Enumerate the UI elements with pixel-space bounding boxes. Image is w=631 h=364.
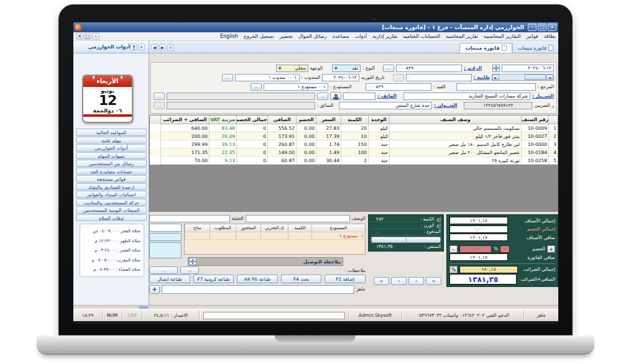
record-nav-button[interactable]: ‹ bbox=[391, 277, 407, 285]
discount-percent-field[interactable]: ٠,٠٠ bbox=[459, 245, 492, 253]
column-header[interactable]: السعر bbox=[316, 116, 341, 124]
tab-scroll-icon[interactable]: ◀ bbox=[151, 44, 158, 51]
dock-close-icon[interactable]: × bbox=[138, 43, 145, 50]
column-header[interactable]: الصافي bbox=[267, 116, 296, 124]
delivery-note-field[interactable]: ملاحظة التوصيل ▲▼ bbox=[188, 257, 343, 266]
browse-rep-button[interactable]: … bbox=[222, 74, 233, 81]
column-header[interactable]: الوحدة bbox=[368, 116, 389, 124]
child-close-icon[interactable]: × bbox=[76, 33, 83, 40]
notes-browse2-button[interactable]: … bbox=[149, 266, 178, 274]
column-header[interactable]: الخصم bbox=[296, 116, 316, 124]
column-header[interactable]: الكمية bbox=[288, 224, 311, 232]
table-row[interactable]: 310-0000لبن طازج كامل الدسم ١٨٠ مل صغيرح… bbox=[150, 140, 558, 148]
menu-item[interactable]: بطاقة bbox=[544, 34, 556, 39]
percent-icon[interactable]: % bbox=[449, 266, 458, 273]
pin-icon[interactable] bbox=[130, 43, 137, 50]
customer-label[interactable]: العمــيل : bbox=[532, 93, 554, 99]
invoice-number-field[interactable]: ٠٠٠٨٢٩ bbox=[396, 65, 462, 72]
sidebar-item[interactable]: حسابات متجاوزة الحد bbox=[76, 168, 147, 175]
date-spinner[interactable]: ▲▼ bbox=[492, 65, 500, 72]
sidebar-item[interactable]: فواتير مستحقة bbox=[76, 175, 147, 183]
reference-field[interactable] bbox=[456, 83, 536, 91]
browse-phone2-button[interactable]: … bbox=[154, 93, 165, 100]
sidebar-item[interactable]: اجماليات السداد والفواتير bbox=[76, 191, 147, 198]
order-label[interactable]: طلبية : bbox=[474, 75, 490, 80]
description-field[interactable] bbox=[246, 215, 350, 222]
record-nav-button[interactable]: › bbox=[408, 277, 424, 285]
add-line-plus-icon[interactable]: + bbox=[149, 285, 160, 294]
sidebar-item[interactable]: تنبيهات المهام bbox=[76, 152, 147, 160]
restore-icon[interactable]: □ bbox=[538, 24, 546, 31]
column-header[interactable]: ك.التخزين bbox=[260, 224, 288, 232]
record-nav-button[interactable]: » bbox=[426, 277, 441, 285]
browse-order-button[interactable]: … bbox=[393, 74, 404, 81]
minus-icon[interactable]: - bbox=[449, 245, 458, 253]
scroll-thumb[interactable] bbox=[525, 75, 546, 80]
sidebar-item[interactable]: المواعيد الحالية bbox=[76, 129, 147, 136]
tab-sales-invoice[interactable]: فاتورة مبيعات bbox=[512, 43, 558, 53]
close-icon[interactable]: × bbox=[548, 24, 556, 31]
customer-field[interactable]: شركة مسارات النسيج التجارية bbox=[403, 93, 530, 100]
sidebar-item[interactable]: أدوات الخوارزمي bbox=[76, 144, 147, 152]
supply-date-field[interactable]: ١٢-٠٦-٢٠٢٤ bbox=[322, 74, 359, 81]
barcode-input[interactable] bbox=[162, 285, 354, 294]
sidebar-item[interactable]: مهام عامة bbox=[76, 137, 147, 144]
driver-field[interactable] bbox=[167, 102, 315, 109]
tab-scroll-icon[interactable]: ▶ bbox=[159, 44, 166, 51]
menu-item[interactable]: أدوات bbox=[355, 34, 367, 39]
tab-scroll-icon[interactable]: × bbox=[167, 44, 174, 51]
scroll-left-icon[interactable]: ▶ bbox=[492, 75, 499, 80]
action-button[interactable]: إضافة F2 bbox=[325, 275, 366, 283]
column-header[interactable] bbox=[548, 116, 558, 124]
table-row[interactable]: ٠١ مستودع ١ bbox=[185, 232, 365, 240]
tab-sales-invoice[interactable]: فاتورة مبيعات bbox=[459, 43, 512, 53]
sidebar-item[interactable]: حركة المستخدمين والمناديب bbox=[76, 199, 147, 206]
qty-box[interactable] bbox=[149, 224, 182, 232]
child-restore-icon[interactable]: □ bbox=[84, 33, 91, 40]
column-header[interactable]: المطلوب bbox=[210, 224, 236, 232]
scroll-right-icon[interactable]: ◀ bbox=[546, 75, 553, 80]
sidebar-item[interactable]: اوقات الصلاة bbox=[76, 214, 147, 222]
minimize-icon[interactable]: – bbox=[528, 24, 537, 31]
qty-box-cyan[interactable] bbox=[149, 242, 182, 258]
sidebar-item[interactable]: رسائل من المستخدمين bbox=[76, 160, 147, 167]
menu-item[interactable]: English bbox=[220, 34, 238, 39]
order-field[interactable]: ٠ bbox=[406, 74, 472, 81]
sidebar-item[interactable]: ارصدة الصناديق والبنوك bbox=[76, 183, 147, 191]
menu-item[interactable]: الحسابات الختامية bbox=[403, 34, 440, 39]
table-row[interactable]: 210-0027بيتي فور فاخر ١/٢ كيلوكيلو1017.3… bbox=[150, 132, 558, 140]
address-field[interactable]: جدة شارع الستين bbox=[339, 102, 432, 109]
payment-button[interactable] bbox=[371, 237, 441, 243]
action-button[interactable]: طباعة ايصال bbox=[149, 275, 190, 283]
contact-icon[interactable] bbox=[330, 92, 341, 100]
invoice-date-field[interactable]: ١٢-٠٦-٢٠٢٤ bbox=[502, 65, 554, 72]
menu-item[interactable]: تسجيل الخروج bbox=[244, 34, 274, 39]
phone-label[interactable]: الهاتف : bbox=[377, 93, 397, 99]
action-button[interactable]: بحث F4 bbox=[281, 275, 322, 283]
rep-field[interactable]: ٠٠٠١ مندوب ١ bbox=[235, 74, 300, 81]
menu-item[interactable]: تحضير bbox=[280, 34, 293, 39]
notes-browse-button[interactable]: … bbox=[180, 266, 199, 274]
sidebar-item[interactable]: المبيعات اليومية للمستخدمين bbox=[76, 206, 147, 214]
phone-field[interactable] bbox=[343, 93, 375, 100]
browse-number-button[interactable]: … bbox=[383, 65, 394, 72]
column-header[interactable]: وصف الصنف bbox=[389, 116, 521, 124]
menu-item[interactable]: فواتير bbox=[526, 34, 538, 39]
column-header[interactable]: الكمية bbox=[341, 116, 368, 124]
column-header[interactable]: ضريبة VAT bbox=[209, 116, 236, 124]
type-dropdown[interactable]: نقد▼ bbox=[332, 65, 361, 72]
column-header[interactable]: اجمالي الخصم bbox=[236, 116, 267, 124]
invoice-number-label[interactable]: الرقـم : bbox=[464, 65, 482, 71]
menu-item[interactable]: رسائل الجوال bbox=[298, 34, 327, 39]
column-header[interactable]: متاح bbox=[185, 224, 210, 232]
discount-value-field[interactable]: ٠ bbox=[500, 245, 510, 253]
phone-extra-field[interactable] bbox=[167, 93, 315, 100]
warehouse-field[interactable]: ٠٠١ مستودع ١ bbox=[264, 83, 328, 91]
table-row[interactable]: 510-0258تورتة كبيرة ٢٥حبة230.440.0060.87… bbox=[150, 157, 558, 165]
delivery-spinner[interactable]: ▲▼ bbox=[189, 258, 196, 265]
tax-number-field[interactable]: ١٢٢٤٥٦٧٨٩١٢٢ bbox=[464, 102, 532, 109]
action-button[interactable]: طباعة كروتية F7 bbox=[193, 275, 234, 283]
menu-item[interactable]: التقارير المحاسبية bbox=[484, 34, 520, 39]
column-header[interactable]: المستودع bbox=[311, 224, 365, 232]
record-scrollbar[interactable]: ◀ ▶ bbox=[492, 74, 554, 81]
